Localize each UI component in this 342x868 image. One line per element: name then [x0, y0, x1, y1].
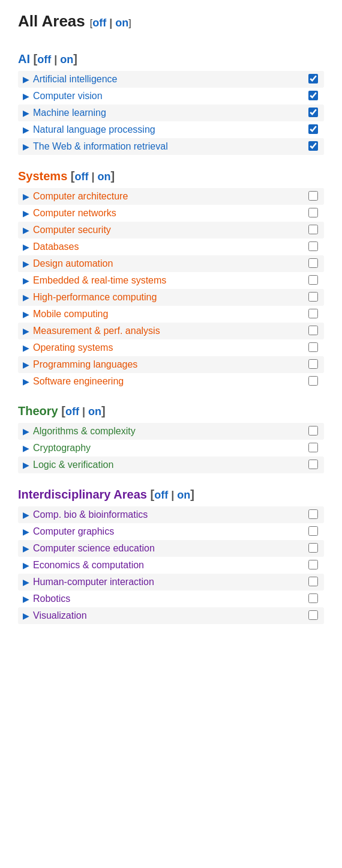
item-label-systems-3[interactable]: Databases: [33, 241, 79, 252]
item-label-systems-5[interactable]: Embedded & real-time systems: [33, 275, 166, 286]
checkbox-interdisciplinary-4[interactable]: [308, 577, 318, 586]
checkbox-interdisciplinary-3[interactable]: [308, 560, 318, 569]
expand-arrow-icon[interactable]: ▶: [23, 309, 29, 319]
section-off-systems[interactable]: off: [75, 171, 89, 183]
checkbox-systems-9[interactable]: [308, 342, 318, 352]
checkbox-interdisciplinary-6[interactable]: [308, 610, 318, 620]
expand-arrow-icon[interactable]: ▶: [23, 208, 29, 218]
section-items-ai: ▶Artificial intelligence▶Computer vision…: [18, 71, 324, 155]
item-label-interdisciplinary-2[interactable]: Computer science education: [33, 543, 155, 554]
item-label-interdisciplinary-6[interactable]: Visualization: [33, 610, 87, 621]
expand-arrow-icon[interactable]: ▶: [23, 611, 29, 621]
checkbox-systems-5[interactable]: [308, 275, 318, 285]
item-label-interdisciplinary-0[interactable]: Comp. bio & bioinformatics: [33, 509, 148, 520]
expand-arrow-icon[interactable]: ▶: [23, 108, 29, 118]
item-label-theory-1[interactable]: Cryptography: [33, 443, 91, 454]
item-label-systems-2[interactable]: Computer security: [33, 225, 111, 235]
checkbox-theory-0[interactable]: [308, 426, 318, 436]
expand-arrow-icon[interactable]: ▶: [23, 192, 29, 201]
item-label-ai-4[interactable]: The Web & information retrieval: [33, 141, 168, 152]
checkbox-systems-4[interactable]: [308, 258, 318, 268]
checkbox-systems-7[interactable]: [308, 309, 318, 318]
expand-arrow-icon[interactable]: ▶: [23, 426, 29, 436]
checkbox-interdisciplinary-2[interactable]: [308, 543, 318, 553]
expand-arrow-icon[interactable]: ▶: [23, 225, 29, 235]
item-label-systems-6[interactable]: High-performance computing: [33, 292, 157, 303]
checkbox-theory-1[interactable]: [308, 443, 318, 452]
expand-arrow-icon[interactable]: ▶: [23, 326, 29, 336]
item-label-systems-10[interactable]: Programming languages: [33, 359, 137, 370]
item-label-systems-11[interactable]: Software engineering: [33, 376, 124, 387]
checkbox-systems-10[interactable]: [308, 359, 318, 369]
expand-arrow-icon[interactable]: ▶: [23, 443, 29, 453]
expand-arrow-icon[interactable]: ▶: [23, 259, 29, 269]
expand-arrow-icon[interactable]: ▶: [23, 544, 29, 553]
checkbox-ai-0[interactable]: [308, 74, 318, 83]
expand-arrow-icon[interactable]: ▶: [23, 377, 29, 386]
checkbox-systems-6[interactable]: [308, 292, 318, 302]
list-item: ▶The Web & information retrieval: [18, 138, 324, 155]
expand-arrow-icon[interactable]: ▶: [23, 293, 29, 302]
item-label-systems-4[interactable]: Design automation: [33, 258, 113, 269]
item-label-theory-0[interactable]: Algorithms & complexity: [33, 426, 136, 437]
item-label-interdisciplinary-1[interactable]: Computer graphics: [33, 526, 114, 537]
checkbox-theory-2[interactable]: [308, 460, 318, 469]
expand-arrow-icon[interactable]: ▶: [23, 276, 29, 285]
section-off-interdisciplinary[interactable]: off: [154, 489, 168, 501]
section-header-theory: Theory [off | on]: [18, 404, 324, 418]
section-on-systems[interactable]: on: [98, 171, 111, 183]
section-on-theory[interactable]: on: [88, 405, 101, 417]
checkbox-systems-1[interactable]: [308, 208, 318, 217]
expand-arrow-icon[interactable]: ▶: [23, 577, 29, 587]
checkbox-interdisciplinary-0[interactable]: [308, 509, 318, 519]
item-label-interdisciplinary-4[interactable]: Human-computer interaction: [33, 577, 154, 587]
section-off-ai[interactable]: off: [37, 53, 51, 65]
list-item: ▶Computer networks: [18, 205, 324, 222]
checkbox-systems-8[interactable]: [308, 326, 318, 335]
item-label-ai-3[interactable]: Natural language processing: [33, 124, 155, 135]
item-label-ai-0[interactable]: Artificial intelligence: [33, 74, 118, 85]
list-item: ▶Algorithms & complexity: [18, 423, 324, 440]
expand-arrow-icon[interactable]: ▶: [23, 142, 29, 151]
checkbox-ai-4[interactable]: [308, 141, 318, 151]
checkbox-systems-0[interactable]: [308, 191, 318, 201]
checkbox-ai-3[interactable]: [308, 124, 318, 134]
checkbox-ai-1[interactable]: [308, 91, 318, 100]
expand-arrow-icon[interactable]: ▶: [23, 560, 29, 570]
expand-arrow-icon[interactable]: ▶: [23, 125, 29, 135]
expand-arrow-icon[interactable]: ▶: [23, 91, 29, 101]
expand-arrow-icon[interactable]: ▶: [23, 510, 29, 520]
item-label-systems-1[interactable]: Computer networks: [33, 208, 116, 219]
expand-arrow-icon[interactable]: ▶: [23, 460, 29, 470]
item-label-systems-9[interactable]: Operating systems: [33, 342, 113, 353]
item-label-ai-1[interactable]: Computer vision: [33, 91, 103, 102]
item-label-systems-0[interactable]: Computer architecture: [33, 191, 128, 202]
expand-arrow-icon[interactable]: ▶: [23, 74, 29, 84]
section-items-interdisciplinary: ▶Comp. bio & bioinformatics▶Computer gra…: [18, 506, 324, 624]
checkbox-systems-11[interactable]: [308, 376, 318, 386]
all-areas-on-link[interactable]: on: [115, 17, 128, 29]
expand-arrow-icon[interactable]: ▶: [23, 242, 29, 252]
section-on-ai[interactable]: on: [60, 53, 73, 65]
section-off-theory[interactable]: off: [65, 405, 79, 417]
checkbox-systems-2[interactable]: [308, 225, 318, 234]
item-label-theory-2[interactable]: Logic & verification: [33, 460, 113, 470]
item-label-ai-2[interactable]: Machine learning: [33, 108, 106, 118]
checkbox-systems-3[interactable]: [308, 241, 318, 251]
item-label-interdisciplinary-3[interactable]: Economics & computation: [33, 560, 144, 571]
item-label-systems-7[interactable]: Mobile computing: [33, 309, 108, 320]
checkbox-interdisciplinary-5[interactable]: [308, 593, 318, 603]
item-label-systems-8[interactable]: Measurement & perf. analysis: [33, 326, 160, 336]
expand-arrow-icon[interactable]: ▶: [23, 360, 29, 369]
expand-arrow-icon[interactable]: ▶: [23, 594, 29, 604]
expand-arrow-icon[interactable]: ▶: [23, 527, 29, 536]
expand-arrow-icon[interactable]: ▶: [23, 343, 29, 353]
checkbox-ai-2[interactable]: [308, 108, 318, 117]
list-item: ▶Visualization: [18, 607, 324, 624]
checkbox-interdisciplinary-1[interactable]: [308, 526, 318, 536]
all-areas-off-link[interactable]: off: [92, 17, 106, 29]
section-label-ai: AI: [18, 52, 34, 65]
section-on-interdisciplinary[interactable]: on: [177, 489, 190, 501]
section-items-theory: ▶Algorithms & complexity▶Cryptography▶Lo…: [18, 423, 324, 473]
item-label-interdisciplinary-5[interactable]: Robotics: [33, 593, 70, 604]
